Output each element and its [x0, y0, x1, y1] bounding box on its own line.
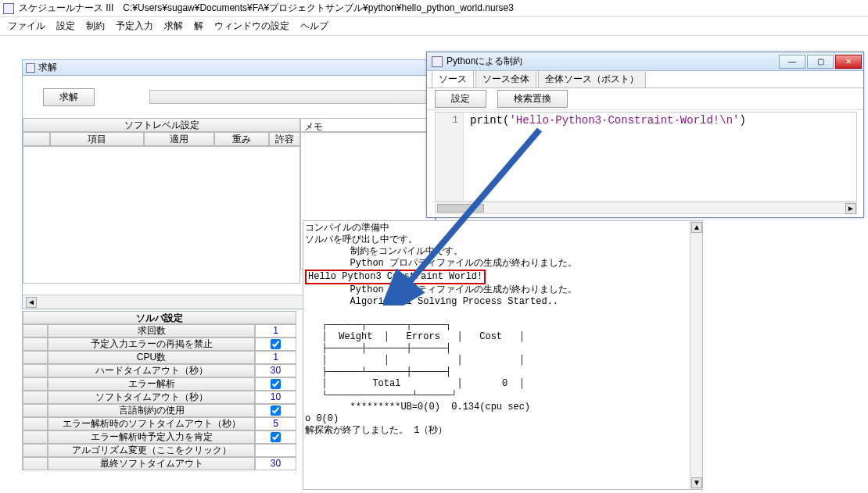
row-name: 予定入力エラーの再掲を禁止: [48, 338, 255, 351]
row-handle[interactable]: [23, 351, 48, 364]
minimize-button[interactable]: —: [779, 55, 805, 69]
scroll-up-icon[interactable]: ▲: [691, 222, 702, 233]
solver-row: ソフトタイムアウト（秒）10: [23, 391, 296, 404]
row-handle[interactable]: [23, 444, 48, 457]
app-title: スケジュールナース III C:¥Users¥sugaw¥Documents¥F…: [19, 2, 514, 15]
app-titlebar: スケジュールナース III C:¥Users¥sugaw¥Documents¥F…: [0, 0, 868, 17]
output-vscroll[interactable]: ▲ ▼: [690, 221, 702, 489]
scroll-left-icon[interactable]: ◄: [26, 297, 37, 308]
soft-level-grid[interactable]: [23, 146, 300, 284]
row-checkbox[interactable]: [271, 405, 281, 416]
workspace: 求解 求解 ソフトレベル設定 項目 適用 重み 許容: [0, 36, 868, 493]
solver-settings-header: ソルバ設定: [23, 311, 296, 324]
menu-schedule[interactable]: 予定入力: [116, 20, 153, 33]
row-value[interactable]: 30: [255, 364, 296, 377]
scroll-thumb[interactable]: [437, 204, 484, 213]
tab-source[interactable]: ソース: [432, 70, 474, 88]
solver-settings-table: ソルバ設定 求回数1予定入力エラーの再掲を禁止CPU数1ハードタイムアウト（秒）…: [22, 311, 296, 470]
output-pre1: コンパイルの準備中 ソルバを呼び出し中です。 制約をコンパイル中です。 Pyth…: [305, 223, 577, 269]
row-name: エラー解析時のソフトタイムアウト（秒）: [48, 417, 255, 430]
menu-settings[interactable]: 設定: [56, 20, 75, 33]
row-name: CPU数: [48, 351, 255, 364]
scroll-down-icon[interactable]: ▼: [691, 477, 702, 488]
solver-row: エラー解析時のソフトタイムアウト（秒）5: [23, 417, 296, 430]
row-name: ハードタイムアウト（秒）: [48, 364, 255, 377]
output-pre2: Python プロパティファイルの生成が終わりました。 Algorithm 1 …: [305, 284, 577, 436]
row-handle[interactable]: [23, 338, 48, 351]
row-name: アルゴリズム変更（ここをクリック）: [48, 444, 255, 457]
row-handle[interactable]: [23, 324, 48, 338]
row-value[interactable]: [255, 377, 296, 391]
scroll-right-icon[interactable]: ►: [845, 203, 856, 214]
menu-help[interactable]: ヘルプ: [300, 20, 328, 33]
close-button[interactable]: ✕: [835, 55, 862, 69]
solver-row: エラー解析時予定入力を肯定: [23, 430, 296, 444]
window-icon: [432, 56, 443, 67]
row-checkbox[interactable]: [271, 339, 281, 349]
row-handle[interactable]: [23, 430, 48, 444]
menu-solution[interactable]: 解: [194, 20, 203, 33]
menu-constraint[interactable]: 制約: [86, 20, 105, 33]
row-name: ソフトタイムアウト（秒）: [48, 391, 255, 404]
row-name: 求回数: [48, 324, 255, 338]
menu-solve[interactable]: 求解: [164, 20, 183, 33]
col-apply[interactable]: 適用: [144, 132, 214, 146]
row-name: エラー解析時予定入力を肯定: [48, 430, 255, 444]
row-handle[interactable]: [23, 457, 48, 470]
row-value[interactable]: 5: [255, 417, 296, 430]
settings-button[interactable]: 設定: [435, 90, 486, 108]
row-value[interactable]: [255, 444, 296, 457]
python-editor[interactable]: 1 print('Hello·Python3·Constraint·World!…: [435, 112, 857, 202]
output-highlight: Hello Python3 Constraint World!: [305, 270, 486, 284]
row-checkbox[interactable]: [271, 432, 281, 442]
row-handle[interactable]: [23, 404, 48, 417]
col-blank[interactable]: [23, 132, 50, 146]
memo-label: メモ: [300, 118, 436, 132]
col-weight[interactable]: 重み: [214, 132, 269, 146]
python-window-titlebar[interactable]: Pythonによる制約 — ▢ ✕: [427, 52, 863, 71]
python-window-title: Pythonによる制約: [447, 55, 522, 68]
solve-progress-field: [149, 90, 436, 104]
row-handle[interactable]: [23, 364, 48, 377]
row-value[interactable]: [255, 338, 296, 351]
tab-source-all[interactable]: ソース全体: [475, 70, 536, 88]
solver-row: ハードタイムアウト（秒）30: [23, 364, 296, 377]
row-value[interactable]: [255, 430, 296, 444]
solver-row: 求回数1: [23, 324, 296, 338]
python-constraint-window: Pythonによる制約 — ▢ ✕ ソース ソース全体 全体ソース（ポスト） 設…: [426, 52, 864, 218]
row-handle[interactable]: [23, 377, 48, 391]
row-checkbox[interactable]: [271, 379, 281, 389]
soft-level-header: ソフトレベル設定: [23, 118, 300, 132]
soft-level-table: ソフトレベル設定 項目 適用 重み 許容: [23, 118, 300, 284]
row-handle[interactable]: [23, 391, 48, 404]
row-name: 言語制約の使用: [48, 404, 255, 417]
tab-source-post[interactable]: 全体ソース（ポスト）: [538, 70, 646, 88]
row-value[interactable]: 10: [255, 391, 296, 404]
row-value[interactable]: 1: [255, 324, 296, 338]
solver-row: 予定入力エラーの再掲を禁止: [23, 338, 296, 351]
row-handle[interactable]: [23, 417, 48, 430]
app-icon: [3, 3, 14, 14]
find-replace-button[interactable]: 検索置換: [497, 90, 568, 108]
row-value[interactable]: 30: [255, 457, 296, 470]
col-allow[interactable]: 許容: [269, 132, 300, 146]
editor-hscroll[interactable]: ►: [435, 202, 857, 214]
col-item[interactable]: 項目: [50, 132, 144, 146]
solve-panel-titlebar[interactable]: 求解: [23, 60, 436, 76]
solver-row: アルゴリズム変更（ここをクリック）: [23, 444, 296, 457]
maximize-button[interactable]: ▢: [807, 55, 834, 69]
output-log-pane: コンパイルの準備中 ソルバを呼び出し中です。 制約をコンパイル中です。 Pyth…: [303, 220, 703, 490]
row-value[interactable]: [255, 404, 296, 417]
solver-row: エラー解析: [23, 377, 296, 391]
row-value[interactable]: 1: [255, 351, 296, 364]
solve-button[interactable]: 求解: [43, 88, 95, 106]
menu-window[interactable]: ウィンドウの設定: [214, 20, 289, 33]
python-tabs: ソース ソース全体 全体ソース（ポスト）: [427, 71, 863, 88]
solver-row: CPU数1: [23, 351, 296, 364]
menu-file[interactable]: ファイル: [8, 20, 45, 33]
panel-icon: [26, 63, 35, 73]
menubar: ファイル 設定 制約 予定入力 求解 解 ウィンドウの設定 ヘルプ: [0, 17, 868, 36]
editor-code[interactable]: print('Hello·Python3·Constraint·World!\n…: [464, 113, 752, 201]
output-log[interactable]: コンパイルの準備中 ソルバを呼び出し中です。 制約をコンパイル中です。 Pyth…: [303, 221, 690, 489]
row-name: エラー解析: [48, 377, 255, 391]
